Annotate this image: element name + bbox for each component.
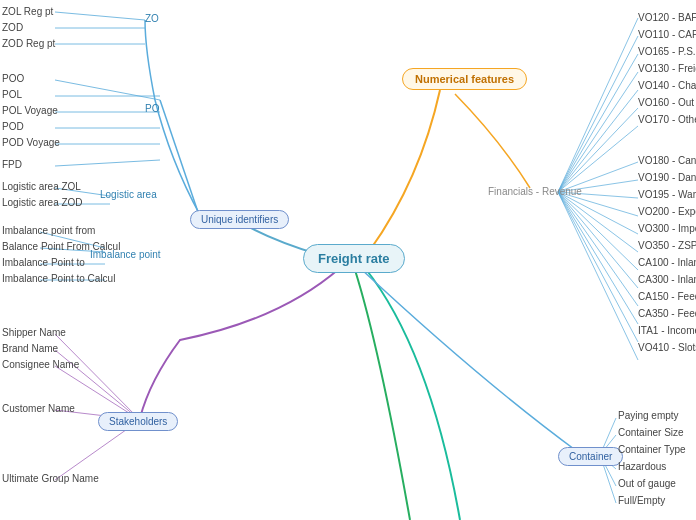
leaf-consignee-name: Consignee Name bbox=[2, 359, 79, 370]
leaf-logistic-zod: Logistic area ZOD bbox=[2, 197, 83, 208]
svg-line-14 bbox=[558, 192, 638, 288]
leaf-vo190: VO190 - Dangerous, Im... bbox=[638, 172, 696, 183]
svg-line-1 bbox=[558, 36, 638, 192]
leaf-pod-voyage: POD Voyage bbox=[2, 137, 60, 148]
leaf-vo120: VO120 - BAF bbox=[638, 12, 696, 23]
leaf-vo300: VO300 - Import THC bbox=[638, 223, 696, 234]
po-label: PO bbox=[145, 103, 159, 114]
leaf-vo195: VO195 - War Risk bbox=[638, 189, 696, 200]
leaf-shipper-name: Shipper Name bbox=[2, 327, 66, 338]
logistic-area-label: Logistic area bbox=[100, 189, 157, 200]
financials-revenue-label: Financials - Revenue bbox=[488, 186, 582, 197]
leaf-vo410: VO410 - Slots Ad-Hoc ... bbox=[638, 342, 696, 353]
leaf-vo165: VO165 - P.S.S bbox=[638, 46, 696, 57]
leaf-imbalance-to: Imbalance Point to bbox=[2, 257, 85, 268]
leaf-ca150: CA150 - Feeder Pre Car... bbox=[638, 291, 696, 302]
svg-line-11 bbox=[558, 192, 638, 234]
leaf-ca100: CA100 - Inland Pre Car... bbox=[638, 257, 696, 268]
leaf-pod: POD bbox=[2, 121, 24, 132]
zo-label: ZO bbox=[145, 13, 159, 24]
leaf-full-empty: Full/Empty bbox=[618, 495, 665, 506]
svg-line-2 bbox=[558, 54, 638, 192]
leaf-vo160: VO160 - Out Of Gauge ... bbox=[638, 97, 696, 108]
leaf-ca300: CA300 - Inland Post Ca... bbox=[638, 274, 696, 285]
center-node: Freight rate bbox=[303, 244, 405, 273]
leaf-vo350: VO350 - ZSPS Income bbox=[638, 240, 696, 251]
svg-line-3 bbox=[558, 72, 638, 192]
leaf-customer-name: Customer Name bbox=[2, 403, 75, 414]
leaf-container-type: Container Type bbox=[618, 444, 686, 455]
container-node[interactable]: Container bbox=[558, 447, 623, 466]
svg-line-18 bbox=[558, 192, 638, 360]
imbalance-point-label: Imbalance point bbox=[90, 249, 161, 260]
leaf-pol: POL bbox=[2, 89, 22, 100]
leaf-ultimate-group-name: Ultimate Group Name bbox=[2, 473, 99, 484]
leaf-hazardous: Hazardous bbox=[618, 461, 666, 472]
leaf-imbalance-to-calc: Imbalance Point to Calcul bbox=[2, 273, 115, 284]
leaf-zod-reg-pt: ZOD Reg pt bbox=[2, 38, 55, 49]
svg-line-12 bbox=[558, 192, 638, 252]
leaf-poo: POO bbox=[2, 73, 24, 84]
leaf-zol-reg-pt: ZOL Reg pt bbox=[2, 6, 53, 17]
leaf-fpd: FPD bbox=[2, 159, 22, 170]
svg-line-28 bbox=[55, 80, 160, 100]
leaf-vo110: VO110 - CAF bbox=[638, 29, 696, 40]
leaf-ita1: ITA1 - Income Tax bbox=[638, 325, 696, 336]
leaf-out-of-gauge: Out of gauge bbox=[618, 478, 676, 489]
leaf-vo180: VO180 - Canal Dues bbox=[638, 155, 696, 166]
leaf-imbalance-from: Imbalance point from bbox=[2, 225, 95, 236]
leaf-vo140: VO140 - Chassis Surcha... bbox=[638, 80, 696, 91]
leaf-ca350: CA350 - Feeder Post C... bbox=[638, 308, 696, 319]
leaf-vo170: VO170 - Other Surchar... bbox=[638, 114, 696, 125]
leaf-pol-voyage: POL Voyage bbox=[2, 105, 58, 116]
leaf-vo130: VO130 - Freight related bbox=[638, 63, 696, 74]
leaf-paying-empty: Paying empty bbox=[618, 410, 679, 421]
leaf-zod: ZOD bbox=[2, 22, 23, 33]
stakeholders-node[interactable]: Stakeholders bbox=[98, 412, 178, 431]
svg-line-17 bbox=[558, 192, 638, 342]
leaf-logistic-zol: Logistic area ZOL bbox=[2, 181, 81, 192]
unique-identifiers-node[interactable]: Unique identifiers bbox=[190, 210, 289, 229]
numerical-features-node[interactable]: Numerical features bbox=[402, 68, 527, 90]
leaf-container-size: Container Size bbox=[618, 427, 684, 438]
leaf-brand-name: Brand Name bbox=[2, 343, 58, 354]
leaf-vo200: VO200 - Export THC bbox=[638, 206, 696, 217]
svg-line-15 bbox=[558, 192, 638, 306]
svg-line-33 bbox=[55, 160, 160, 166]
svg-line-5 bbox=[558, 108, 638, 192]
svg-line-25 bbox=[55, 12, 145, 20]
